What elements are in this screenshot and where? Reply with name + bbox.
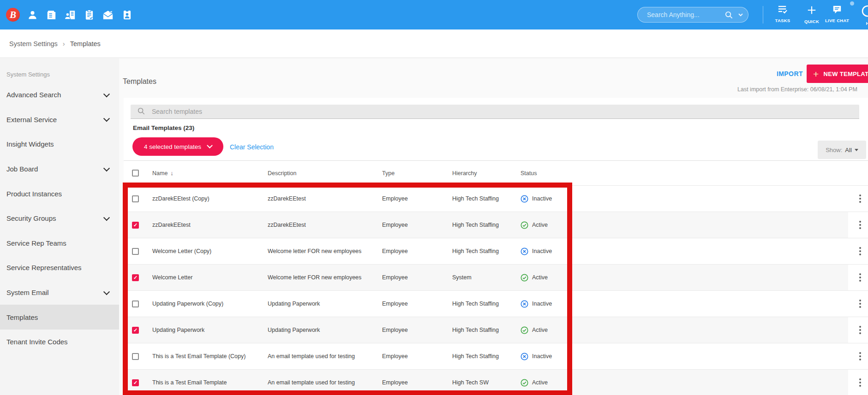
sidebar-item-tenant-invite-codes[interactable]: Tenant Invite Codes [0, 330, 119, 354]
sidebar-item-label: External Service [6, 116, 57, 124]
breadcrumb-templates[interactable]: Templates [70, 40, 101, 47]
row-checkbox[interactable]: ✓ [132, 222, 139, 229]
new-template-label: NEW TEMPLATE [824, 71, 868, 77]
breadcrumb-system-settings[interactable]: System Settings [9, 40, 58, 47]
row-actions-kebab-icon[interactable] [859, 195, 861, 203]
row-actions-kebab-icon[interactable] [859, 352, 861, 360]
row-checkbox[interactable] [132, 301, 139, 307]
status-label: Active [532, 274, 548, 281]
sidebar-item-label: Insight Widgets [6, 140, 54, 148]
check-circle-icon [521, 221, 528, 229]
sidebar-item-insight-widgets[interactable]: Insight Widgets [0, 132, 119, 157]
cell-status: Active [521, 379, 848, 387]
row-actions-kebab-icon[interactable] [859, 221, 861, 229]
x-circle-icon [521, 195, 528, 203]
sidebar-item-product-instances[interactable]: Product Instances [0, 181, 119, 206]
table-row: zzDarekEEtest (Copy) zzDarekEEtest Emplo… [124, 185, 868, 212]
global-search-placeholder: Search Anything... [647, 11, 724, 18]
x-circle-icon [521, 300, 528, 308]
cell-hierarchy: High Tech Staffing [452, 222, 521, 228]
row-checkbox[interactable]: ✓ [132, 327, 139, 334]
caret-down-icon [855, 149, 858, 151]
placement-mail-icon[interactable] [102, 9, 114, 20]
last-import-status: Last import from Enterprise: 06/08/21, 1… [737, 86, 857, 93]
search-scope-chevron-icon[interactable] [738, 12, 743, 18]
chevron-down-icon [103, 165, 110, 171]
chevron-right-icon: › [63, 40, 65, 47]
sidebar-item-templates[interactable]: Templates [0, 305, 119, 330]
cell-name: Updating Paperwork (Copy) [152, 301, 268, 307]
table-row: ✓ zzDarekEEtest zzDarekEEtest Employee H… [124, 212, 868, 238]
cell-hierarchy: High Tech Staffing [452, 195, 521, 202]
row-actions-kebab-icon[interactable] [859, 247, 861, 255]
joborder-clipboard-icon[interactable] [84, 9, 95, 20]
company-icon[interactable] [46, 9, 57, 20]
nav-action-live-chat[interactable]: LIVE CHAT [823, 5, 851, 23]
cell-description: Updating Paperwork [268, 327, 382, 333]
column-header-description[interactable]: Description [268, 170, 382, 177]
global-search-input[interactable]: Search Anything... [637, 7, 748, 23]
idcard-icon[interactable] [121, 9, 132, 20]
cell-name: zzDarekEEtest (Copy) [152, 195, 268, 202]
row-checkbox[interactable] [132, 195, 139, 202]
row-actions-kebab-icon[interactable] [859, 300, 861, 308]
sidebar-item-security-groups[interactable]: Security Groups [0, 206, 119, 231]
show-filter-dropdown[interactable]: Show: All [818, 141, 866, 159]
top-navbar: B Search Anything... TASKSQUICKLIVE CHAT… [0, 0, 868, 29]
nav-action-quick[interactable]: QUICK [798, 5, 826, 24]
import-button[interactable]: IMPORT [777, 70, 803, 77]
navbar-divider [763, 6, 763, 24]
notification-dot [850, 1, 854, 6]
x-circle-icon [521, 353, 528, 360]
column-header-hierarchy[interactable]: Hierarchy [452, 170, 521, 177]
cell-hierarchy: High Tech Staffing [452, 353, 521, 360]
cell-type: Employee [382, 274, 452, 281]
sidebar-item-external-service[interactable]: External Service [0, 107, 119, 132]
nav-action-h[interactable]: H [854, 5, 868, 26]
column-header-status[interactable]: Status [521, 170, 868, 177]
column-header-type[interactable]: Type [382, 170, 452, 177]
clear-selection-link[interactable]: Clear Selection [230, 143, 274, 151]
sidebar-item-label: Security Groups [6, 214, 56, 222]
select-all-checkbox[interactable] [132, 170, 139, 177]
cell-name: Welcome Letter [152, 274, 268, 281]
row-checkbox[interactable]: ✓ [132, 274, 139, 281]
selected-templates-pill[interactable]: 4 selected templates [132, 137, 223, 156]
table-header-row: Name↓ Description Type Hierarchy Status [124, 160, 868, 185]
row-actions-kebab-icon[interactable] [859, 326, 861, 334]
cell-description: Welcome letter FOR new employees [268, 274, 382, 281]
table-row: This is a Test Email Template (Copy) An … [124, 343, 868, 369]
plus-icon: + [813, 69, 819, 79]
cell-description: An email template used for testing [268, 379, 382, 386]
cell-status: Inactive [521, 353, 848, 360]
cell-type: Employee [382, 379, 452, 386]
contact-company-icon[interactable] [65, 9, 76, 20]
cell-status: Inactive [521, 300, 848, 308]
row-checkbox[interactable]: ✓ [132, 379, 139, 386]
bullhorn-logo[interactable]: B [6, 8, 20, 22]
status-label: Inactive [532, 195, 552, 202]
cell-status: Active [521, 274, 848, 282]
new-template-button[interactable]: + NEW TEMPLATE [807, 65, 868, 83]
cell-type: Employee [382, 195, 452, 202]
templates-card: Search templates Email Templates (23) 4 … [124, 98, 868, 395]
status-label: Active [532, 327, 548, 333]
search-icon[interactable] [724, 11, 733, 19]
candidate-person-icon[interactable] [27, 9, 38, 20]
cell-description: Updating Paperwork [268, 301, 382, 307]
row-checkbox[interactable] [132, 353, 139, 360]
column-header-name[interactable]: Name↓ [152, 170, 268, 177]
cell-name: Welcome Letter (Copy) [152, 248, 268, 254]
cell-hierarchy: System [452, 274, 521, 281]
row-actions-kebab-icon[interactable] [859, 378, 861, 387]
sidebar-item-label: Service Rep Teams [6, 239, 66, 247]
row-actions-kebab-icon[interactable] [859, 273, 861, 282]
sidebar-item-service-rep-teams[interactable]: Service Rep Teams [0, 231, 119, 256]
sidebar-item-service-representatives[interactable]: Service Representatives [0, 255, 119, 280]
row-checkbox[interactable] [132, 248, 139, 255]
nav-action-tasks[interactable]: TASKS [769, 5, 796, 23]
sidebar-item-job-board[interactable]: Job Board [0, 157, 119, 182]
sidebar-item-system-email[interactable]: System Email [0, 280, 119, 305]
sidebar-item-advanced-search[interactable]: Advanced Search [0, 83, 119, 107]
templates-search-input[interactable]: Search templates [131, 105, 859, 119]
